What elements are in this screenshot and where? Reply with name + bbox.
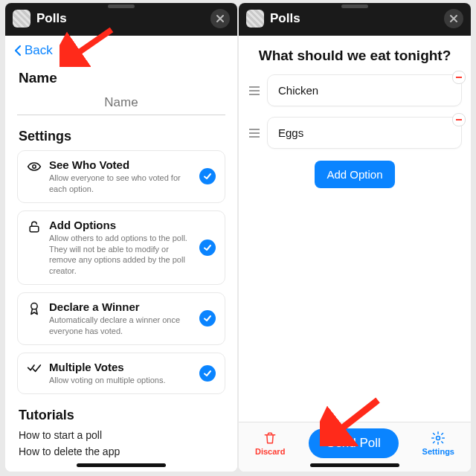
poll-option-row: Chicken [239,74,471,106]
home-indicator[interactable] [310,463,399,467]
tutorial-link[interactable]: How to delete the app [19,446,225,457]
extension-title: Polls [270,11,300,26]
setting-desc: Automatically declare a winner once ever… [49,315,192,337]
poll-option[interactable]: Eggs [267,117,462,149]
drag-handle-icon[interactable] [248,86,261,95]
setting-title: Declare a Winner [49,300,192,313]
setting-declare-winner[interactable]: Declare a Winner Automatically declare a… [17,292,225,345]
poll-question: What should we eat tonight? [248,48,462,64]
checkmark-icon [199,239,216,256]
poll-name-input[interactable] [17,91,225,115]
setting-title: See Who Voted [49,158,192,171]
checkmark-icon [199,365,216,382]
poll-option-row: Eggs [239,117,471,149]
checkmark-icon [199,168,216,184]
settings-label: Settings [422,447,454,456]
back-button[interactable]: Back [5,36,237,62]
poll-option[interactable]: Chicken [267,74,462,106]
discard-button[interactable]: Discard [255,431,285,456]
svg-rect-1 [30,226,39,232]
settings-heading: Settings [19,129,225,144]
sheet-grabber[interactable] [108,4,135,8]
settings-button[interactable]: Settings [422,431,454,456]
send-poll-button[interactable]: Send Poll [309,428,399,458]
unlock-icon [27,219,42,234]
svg-point-2 [31,303,37,309]
sheet-grabber[interactable] [341,4,368,8]
checkmark-icon [199,310,216,327]
app-icon [13,10,30,28]
setting-multiple-votes[interactable]: Multiple Votes Allow voting on multiple … [17,353,225,394]
trash-icon [263,431,277,446]
minus-icon [456,77,462,78]
discard-label: Discard [255,447,285,456]
chevron-left-icon [14,45,22,57]
minus-icon [456,119,462,120]
setting-desc: Allow others to add options to the poll.… [49,233,192,277]
app-icon [246,10,264,28]
poll-option-text: Eggs [278,126,303,139]
setting-title: Add Options [49,219,192,231]
setting-title: Multiple Votes [49,361,192,373]
svg-point-0 [33,165,36,168]
home-indicator[interactable] [77,463,166,467]
back-label: Back [25,43,53,58]
info-heading: Info [19,471,225,472]
screen-left-settings: Polls Back Name Settings See Who Vot [5,3,237,472]
setting-desc: Allow voting on multiple options. [49,375,192,386]
remove-option-button[interactable] [452,71,466,84]
extension-header: Polls [239,3,471,36]
multi-check-icon [27,361,42,376]
screen-right-compose: Polls What should we eat tonight? Chicke… [239,3,471,472]
poll-option-text: Chicken [278,84,318,97]
setting-see-who-voted[interactable]: See Who Voted Allow everyone to see who … [17,150,225,203]
name-heading: Name [19,70,225,86]
svg-point-3 [437,437,440,440]
remove-option-button[interactable] [452,113,466,126]
setting-add-options[interactable]: Add Options Allow others to add options … [17,210,225,285]
tutorial-link[interactable]: How to start a poll [19,429,225,441]
add-option-button[interactable]: Add Option [315,161,394,188]
close-icon[interactable] [210,9,230,28]
extension-title: Polls [36,11,67,26]
close-icon[interactable] [444,9,463,28]
setting-desc: Allow everyone to see who voted for each… [49,173,192,195]
eye-icon [27,158,42,174]
drag-handle-icon[interactable] [248,129,261,138]
extension-header: Polls [5,3,237,36]
tutorials-heading: Tutorials [19,408,225,423]
gear-icon [431,431,446,446]
award-icon [27,300,42,316]
